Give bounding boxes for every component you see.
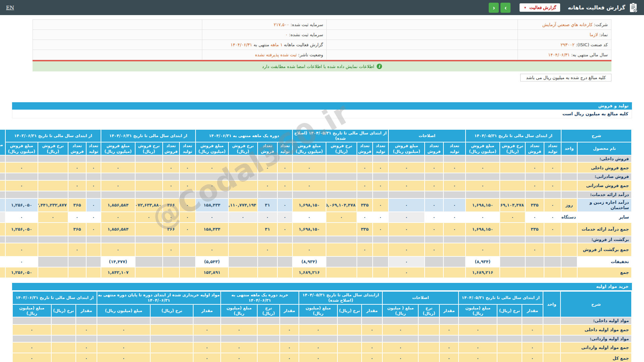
- column-header: مبلغ (میلیون ریال): [459, 305, 497, 317]
- table-cell: [258, 156, 277, 162]
- table-row: جمع برگشت از فروش۰۰۰۰۰۰۰۰۰۰۰۰: [0, 243, 631, 256]
- table-cell: [258, 353, 279, 362]
- table-cell: [440, 317, 458, 324]
- status-cell: [0, 163, 5, 173]
- table-cell: [500, 236, 525, 243]
- table-cell: [194, 317, 220, 324]
- report-brand: گزارش فعالیت ماهانه گزارش فعالیت ▼ › ‹: [489, 3, 638, 13]
- table-cell: [87, 257, 101, 267]
- column-header: مبلغ فروش (میلیون ریال): [196, 142, 228, 155]
- table-cell: [522, 336, 543, 342]
- table-cell: [278, 257, 292, 267]
- row-label: تخفیفات: [578, 257, 631, 267]
- report-type-dropdown-label: گزارش فعالیت: [529, 5, 556, 10]
- column-header: تعداد فروش: [526, 142, 544, 155]
- table-cell: ۰: [425, 181, 443, 191]
- column-header: تعداد فروش: [258, 142, 277, 155]
- column-header: مبلغ (میلیون ریال): [97, 305, 150, 317]
- table-cell: ۰: [440, 353, 458, 362]
- group-header: از ابتدای سال مالی تا تاریخ ۱۴۰۴/۰۵/۳۱: [459, 292, 543, 304]
- status-cell: [0, 267, 5, 278]
- column-header: مبلغ (میلیون ریال): [299, 305, 337, 317]
- table-cell: ۱,۶۹۸,۱۵۰: [293, 199, 326, 212]
- table-cell: ۰: [38, 212, 68, 222]
- table-cell: [151, 317, 193, 324]
- table-cell: ۱۵۲,۸۹۱: [196, 267, 228, 278]
- table-cell: ۰: [425, 223, 443, 236]
- table-cell: [278, 236, 292, 243]
- table-cell: ۰: [87, 163, 101, 173]
- table-cell: [38, 163, 68, 173]
- english-language-link[interactable]: EN: [6, 5, 14, 11]
- table-row: سایردستگاه۰۰۰۰۰۰۰۰۰۰۰۰۰۰۰۰۰۰۰۰۰۰۰تولید: [0, 212, 631, 222]
- table-cell: [526, 191, 544, 198]
- table-cell: [444, 243, 465, 256]
- column-header: مبلغ فروش (میلیون ریال): [389, 142, 424, 155]
- table-cell: [0, 236, 5, 243]
- table-cell: ۰: [425, 212, 443, 222]
- info-text: ۱۴۰۴/۰۶/۳۱: [230, 42, 252, 47]
- table-cell: ۰: [196, 181, 228, 191]
- row-label: جمع فروش داخلی: [578, 163, 631, 173]
- info-cell: نماد: لازما: [518, 30, 611, 40]
- table-cell: ۰: [87, 181, 101, 191]
- table-cell: ۰: [258, 163, 277, 173]
- table-cell: [97, 336, 150, 342]
- info-cell: سال مالی منتهی به: ۱۴۰۴/۰۶/۳۱: [518, 50, 611, 60]
- table-cell: [6, 173, 38, 180]
- unit-cell: [543, 353, 560, 362]
- column-header: مقدار: [76, 305, 97, 317]
- table-cell: ۰: [526, 181, 544, 191]
- unit-cell: [543, 325, 560, 335]
- column-header: مقدار: [440, 305, 458, 317]
- column-header: مقدار: [522, 305, 543, 317]
- status-cell: [0, 223, 5, 236]
- table-cell: [87, 173, 101, 180]
- table-cell: [357, 173, 372, 180]
- info-cell-empty: [33, 30, 202, 40]
- table-cell: [500, 257, 525, 267]
- table-cell: ۰: [383, 353, 418, 362]
- table-cell: [444, 267, 465, 278]
- table-cell: [425, 267, 443, 278]
- table-cell: ۰: [163, 243, 179, 256]
- table-cell: [299, 336, 337, 342]
- info-row: نماد: لازما سرمایه ثبت نشده: ۰: [33, 30, 611, 40]
- row-label: جمع مواد اولیه داخلی: [561, 325, 631, 335]
- table-cell: [196, 173, 228, 180]
- table-cell: [258, 317, 279, 324]
- table-cell: ۰: [466, 212, 499, 222]
- table-cell: ۰: [258, 243, 277, 256]
- table-cell: [383, 336, 418, 342]
- report-type-dropdown[interactable]: گزارش فعالیت ▼: [520, 3, 560, 12]
- table-cell: ۰: [68, 243, 86, 256]
- table-cell: [466, 173, 499, 180]
- info-cell: گزارش فعالیت ماهانه ۱ ماهه منتهی به ۱۴۰۴…: [202, 40, 327, 50]
- section-row: مواد اولیه وارداتی:: [13, 336, 631, 342]
- table-cell: ۰: [163, 163, 179, 173]
- unit-cell: [543, 343, 560, 353]
- table-cell: [68, 236, 86, 243]
- table-cell: ۰: [373, 223, 388, 236]
- table-cell: [68, 191, 86, 198]
- column-header: نرخ فروش (ریال): [38, 142, 68, 155]
- next-report-button[interactable]: ›: [500, 3, 511, 13]
- group-header: ازابتدای سال مالی تا تاریخ ۱۴۰۴/۰۵/۳۱ (ا…: [299, 292, 382, 304]
- row-label: درآمد اجاره زمین و ساختمان: [578, 199, 631, 212]
- unit-cell: [561, 223, 577, 236]
- table-cell: ۰: [373, 212, 388, 222]
- info-cell-empty: [33, 50, 202, 60]
- table-cell: ۰: [357, 212, 372, 222]
- table-cell: ۰: [87, 223, 101, 236]
- table-cell: [258, 257, 277, 267]
- table-cell: ۳۱: [258, 199, 277, 212]
- table-cell: ۰: [221, 325, 257, 335]
- column-header: شرح: [561, 292, 631, 317]
- table-cell: [52, 336, 75, 342]
- table-cell: [13, 336, 51, 342]
- table-cell: ۰: [76, 343, 97, 353]
- info-text: ۱ ماهه: [270, 42, 282, 47]
- previous-report-button[interactable]: ‹: [489, 3, 499, 13]
- table-cell: ۰: [278, 223, 292, 236]
- table-cell: ۰: [13, 353, 51, 362]
